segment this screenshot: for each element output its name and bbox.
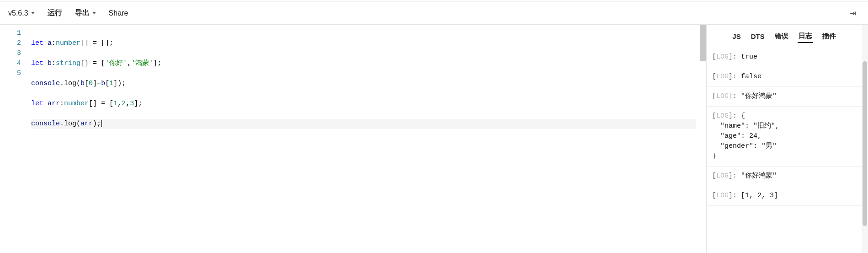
code-editor[interactable]: let a:number[] = []; let b:string[] = ['…: [27, 25, 700, 253]
log-line: [LOG]: [1, 2, 3]: [707, 186, 862, 206]
export-label: 导出: [75, 8, 90, 18]
page-scrollbar[interactable]: [862, 25, 868, 253]
export-dropdown[interactable]: 导出: [75, 8, 96, 18]
tab-indent-icon[interactable]: ⇥: [846, 6, 860, 20]
line-number: 1: [0, 28, 27, 38]
editor-scrollbar[interactable]: [700, 25, 706, 253]
line-number: 3: [0, 48, 27, 59]
line-number: 5: [0, 69, 27, 79]
line-number: 4: [0, 59, 27, 69]
tab-logs[interactable]: 日志: [798, 30, 813, 43]
caret-down-icon: [31, 12, 35, 14]
log-line: [LOG]: true: [707, 48, 862, 67]
output-pane: JS DTS 错误 日志 插件 [LOG]: true [LOG]: false…: [706, 25, 862, 253]
version-dropdown[interactable]: v5.6.3: [8, 9, 35, 17]
run-button[interactable]: 运行: [48, 8, 62, 18]
scrollbar-thumb[interactable]: [700, 25, 706, 61]
tab-plugins[interactable]: 插件: [821, 30, 837, 43]
line-number: 2: [0, 38, 27, 48]
share-button[interactable]: Share: [109, 9, 128, 17]
log-line: [LOG]: "你好鸿蒙": [707, 87, 862, 107]
caret-down-icon: [92, 12, 96, 14]
line-gutter: 1 2 3 4 5: [0, 25, 27, 253]
tab-dts[interactable]: DTS: [750, 31, 766, 42]
editor-pane: 1 2 3 4 5 let a:number[] = []; let b:str…: [0, 25, 706, 253]
tab-errors[interactable]: 错误: [774, 30, 789, 43]
tab-js[interactable]: JS: [731, 31, 741, 42]
log-line: [LOG]: false: [707, 67, 862, 87]
output-tabs: JS DTS 错误 日志 插件: [707, 25, 862, 48]
text-cursor: [101, 120, 102, 127]
log-line: [LOG]: "你好鸿蒙": [707, 167, 862, 186]
log-output[interactable]: [LOG]: true [LOG]: false [LOG]: "你好鸿蒙" […: [707, 48, 862, 253]
toolbar: v5.6.3 运行 导出 Share ⇥: [0, 2, 868, 25]
scrollbar-thumb[interactable]: [863, 61, 867, 226]
log-line: [LOG]: { "name": "旧约", "age": 24, "gende…: [707, 107, 862, 167]
version-label: v5.6.3: [8, 9, 28, 17]
